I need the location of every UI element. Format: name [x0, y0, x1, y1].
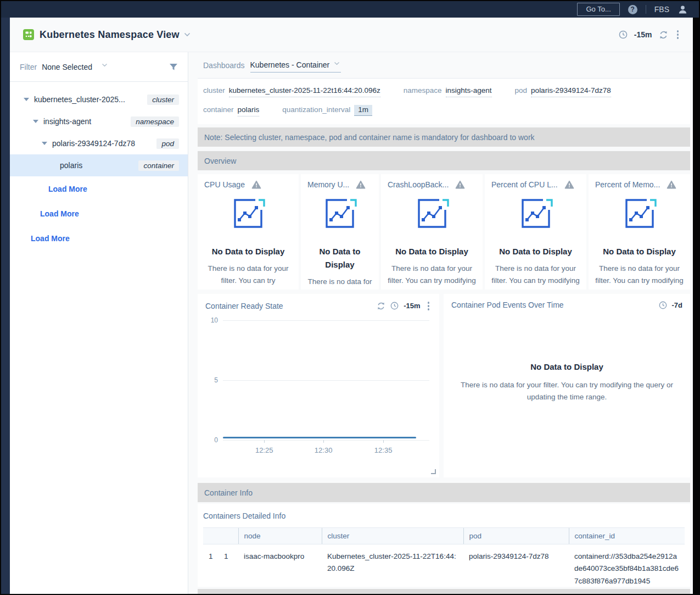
tree-item-container-selected[interactable]: polaris container — [10, 154, 188, 176]
dashboard-header: Kubernetes Namespace View -15m — [10, 18, 693, 52]
panel-clock-icon[interactable] — [390, 302, 399, 310]
col-node: node — [238, 528, 322, 544]
param-label: container — [203, 105, 234, 114]
param-value[interactable]: 1m — [354, 105, 372, 116]
param-value[interactable]: polaris — [238, 105, 260, 116]
panel-container-pod-events: Container Pod Events Over Time -7d — [444, 294, 690, 477]
col-row-index — [203, 528, 219, 544]
param-cluster: cluster kubernetes_cluster-2025-11-22t16… — [203, 86, 380, 97]
param-label: namespace — [404, 86, 442, 94]
tree-item-cluster[interactable]: kubernetes_cluster-2025... cluster — [10, 88, 188, 110]
tree-item-namespace[interactable]: insights-agent namespace — [10, 110, 188, 132]
panel-clock-icon[interactable] — [659, 301, 667, 309]
expand-arrow-icon[interactable] — [33, 120, 38, 123]
no-data-chart-icon — [230, 197, 266, 230]
param-container: container polaris — [203, 105, 259, 116]
user-icon[interactable] — [677, 4, 688, 15]
help-icon[interactable]: ? — [628, 5, 637, 14]
param-namespace: namespace insights-agent — [404, 86, 492, 97]
charts-row: Container Ready State -15m — [198, 294, 690, 477]
load-more-link-cluster-level[interactable]: Load More — [10, 226, 188, 251]
y-axis-tick: 0 — [214, 436, 218, 444]
panel-time-range[interactable]: -7d — [672, 301, 683, 309]
filter-chevron-down-icon[interactable] — [102, 63, 108, 67]
panel-kebab-icon[interactable] — [425, 301, 432, 312]
x-axis-tick-mark — [323, 440, 324, 443]
dashboards-label: Dashboards — [203, 61, 245, 70]
time-range-clock-icon[interactable] — [619, 30, 628, 39]
x-axis-tick-mark — [264, 440, 265, 443]
section-header-overview: Overview — [198, 151, 690, 170]
dashboard-select[interactable]: Kubernetes - Container — [250, 60, 341, 73]
filter-value-dropdown[interactable]: None Selected — [42, 63, 92, 71]
panel-crashloopbackoff: CrashLoopBack... No Data to Display Ther… — [381, 174, 483, 290]
no-data-chart-icon — [621, 197, 658, 230]
page-title: Kubernetes Namespace View — [40, 29, 180, 41]
time-range-value[interactable]: -15m — [634, 30, 652, 39]
x-axis-tick: 12:35 — [374, 446, 393, 454]
panel-time-range[interactable]: -15m — [404, 302, 420, 310]
sidebar-filter-row: Filter None Selected — [10, 52, 188, 82]
ready-state-chart: 10 5 0 12:25 12:30 12:35 — [223, 320, 429, 440]
panel-resize-handle[interactable] — [431, 469, 436, 474]
param-quantization-interval: quantization_interval 1m — [282, 105, 372, 116]
note-banner: Note: Selecting cluster, namespace, pod … — [198, 127, 690, 147]
more-options-kebab-icon[interactable] — [675, 29, 681, 40]
warning-icon[interactable] — [455, 180, 465, 189]
no-data-message: There is no data for your filter. You ca… — [307, 276, 372, 290]
load-more-link-pod-level[interactable]: Load More — [10, 176, 188, 201]
x-axis-tick: 12:25 — [255, 446, 273, 454]
title-chevron-down-icon[interactable] — [184, 32, 191, 37]
panel-title: CrashLoopBack... — [388, 180, 449, 189]
dashboard-main-area: Dashboards Kubernetes - Container cluste… — [188, 52, 693, 594]
x-axis-tick-mark — [383, 440, 384, 443]
warning-icon[interactable] — [564, 180, 574, 189]
col-pod: pod — [463, 528, 569, 544]
expand-arrow-icon[interactable] — [24, 98, 29, 101]
warning-icon[interactable] — [251, 180, 261, 189]
tree-item-label: insights-agent — [43, 117, 91, 126]
refresh-icon[interactable] — [659, 30, 668, 40]
x-axis-tick: 12:30 — [315, 446, 333, 454]
warning-icon[interactable] — [356, 180, 366, 189]
panel-title: CPU Usage — [204, 180, 245, 189]
entity-tree: kubernetes_cluster-2025... cluster insig… — [10, 82, 188, 251]
param-value[interactable]: polaris-29349124-7dz78 — [531, 86, 611, 97]
panel-title: Memory U... — [307, 180, 349, 189]
tree-item-pod[interactable]: polaris-29349124-7dz78 pod — [10, 132, 188, 154]
panel-refresh-icon[interactable] — [377, 302, 385, 310]
panel-cpu-usage: CPU Usage No Data to Display There is no… — [198, 174, 299, 290]
panel-percent-cpu-limit: Percent of CPU L... No Data to Display T… — [485, 174, 586, 290]
dashboard-parameters: cluster kubernetes_cluster-2025-11-22t16… — [198, 79, 690, 124]
funnel-filter-icon[interactable] — [169, 63, 178, 71]
no-data-chart-icon — [518, 197, 554, 230]
go-to-button[interactable]: Go To... — [577, 3, 619, 16]
param-label: pod — [515, 86, 528, 94]
dashboard-icon — [23, 29, 34, 40]
no-data-title: No Data to Display — [595, 245, 684, 258]
load-more-link-namespace-level[interactable]: Load More — [10, 201, 188, 226]
no-data-message: There is no data for your filter. You ca… — [388, 263, 476, 290]
panel-title: Container Pod Events Over Time — [451, 301, 564, 309]
account-label[interactable]: FBS — [654, 5, 669, 14]
y-axis-tick: 10 — [211, 316, 218, 324]
panel-container-ready-state: Container Ready State -15m — [198, 294, 439, 477]
overview-panels-row: CPU Usage No Data to Display There is no… — [198, 174, 690, 290]
cell-node: isaac-macbookpro — [238, 544, 322, 587]
containers-table: node cluster pod container_id 1 — [203, 527, 685, 587]
param-value[interactable]: insights-agent — [446, 86, 492, 97]
param-value[interactable]: kubernetes_cluster-2025-11-22t16:44:20.0… — [229, 86, 380, 97]
panel-title: Percent of CPU L... — [491, 180, 558, 189]
expand-arrow-icon[interactable] — [42, 142, 47, 145]
panel-title: Container Ready State — [205, 302, 283, 310]
cell-number: 1 — [219, 544, 238, 587]
next-section-bar-clipped — [198, 589, 690, 594]
warning-icon[interactable] — [667, 180, 676, 189]
param-label: quantization_interval — [282, 105, 350, 114]
screenshot-frame: Go To... ? FBS Kubernetes Namespace View — [0, 0, 700, 595]
panel-percent-memory-limit: Percent of Memo... No Data to Display Th… — [589, 174, 690, 290]
no-data-title: No Data to Display — [491, 245, 580, 258]
no-data-title: No Data to Display — [388, 245, 476, 258]
param-label: cluster — [203, 86, 225, 94]
entity-type-badge: namespace — [131, 116, 179, 127]
